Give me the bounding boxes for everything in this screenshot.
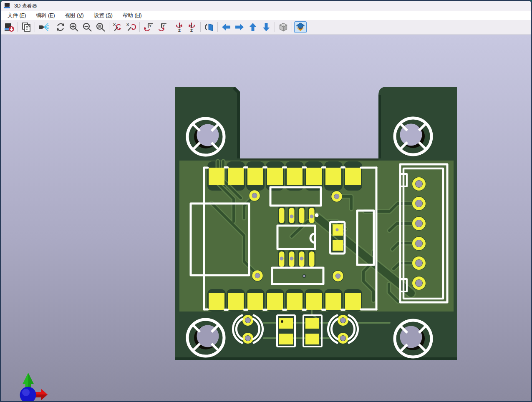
rotate-x-counterclockwise-button[interactable]: X xyxy=(125,21,137,33)
viewport-canvas[interactable] xyxy=(1,35,531,401)
menu-item-settings[interactable]: 设置 (S) xyxy=(89,11,118,20)
toolbar-separator xyxy=(292,22,292,32)
svg-text:Y: Y xyxy=(162,23,165,28)
move-left-button[interactable] xyxy=(220,21,232,33)
pin1-dot xyxy=(281,320,283,323)
toolbar-separator xyxy=(200,22,201,32)
toolbar-separator xyxy=(139,22,140,32)
copy-image-button[interactable] xyxy=(20,21,33,33)
menu-item-help[interactable]: 帮助 (H) xyxy=(118,11,147,20)
toolbar-separator xyxy=(170,22,170,32)
flip-board-button[interactable] xyxy=(203,21,215,33)
menu-bar: 文件 (F)编辑 (E)视图 (V)设置 (S)帮助 (H) xyxy=(1,11,531,20)
svg-text:Y: Y xyxy=(149,23,152,28)
svg-text:X: X xyxy=(126,22,129,27)
svg-text:Z: Z xyxy=(178,28,181,33)
app-icon xyxy=(4,3,10,9)
zoom-out-button[interactable] xyxy=(81,21,93,33)
redraw-button[interactable] xyxy=(54,21,67,33)
rotate-y-counterclockwise-button[interactable]: Y xyxy=(155,21,168,33)
zoom-in-button[interactable] xyxy=(68,21,80,33)
window-title: 3D 查看器 xyxy=(14,3,37,10)
show-layers-toggle[interactable] xyxy=(294,21,307,33)
3d-viewer-window: 3D 查看器 文件 (F)编辑 (E)视图 (V)设置 (S)帮助 (H) xyxy=(0,0,532,402)
rotate-y-clockwise-button[interactable]: Y xyxy=(142,21,154,33)
toolbar-separator xyxy=(52,22,52,32)
reload-board-button[interactable] xyxy=(3,21,15,33)
toolbar-separator xyxy=(275,22,275,32)
toolbar-separator xyxy=(18,22,18,32)
z-axis-ball xyxy=(20,387,36,402)
menu-item-edit[interactable]: 编辑 (E) xyxy=(31,11,60,20)
toolbar-separator xyxy=(109,22,109,32)
render-current-view-button[interactable] xyxy=(37,21,50,33)
zoom-to-fit-button[interactable] xyxy=(94,21,107,33)
pcb-3d-scene xyxy=(1,35,531,402)
title-bar[interactable]: 3D 查看器 xyxy=(1,1,531,11)
toolbar-separator xyxy=(35,22,35,32)
rotate-z-counterclockwise-button[interactable]: Z xyxy=(186,21,198,33)
move-up-button[interactable] xyxy=(247,21,259,33)
axis-indicator xyxy=(20,373,48,402)
svg-text:Z: Z xyxy=(190,28,193,33)
toolbar-separator xyxy=(217,22,218,32)
move-right-button[interactable] xyxy=(233,21,246,33)
silk-dot xyxy=(315,214,319,217)
menu-item-file[interactable]: 文件 (F) xyxy=(3,11,31,20)
svg-text:X: X xyxy=(113,22,116,27)
orthographic-projection-button[interactable] xyxy=(277,21,290,33)
rotate-z-clockwise-button[interactable]: Z xyxy=(172,21,185,33)
toolbar: X X Y Y Z Z xyxy=(1,20,531,35)
move-down-button[interactable] xyxy=(260,21,272,33)
menu-item-view[interactable]: 视图 (V) xyxy=(60,11,89,20)
rotate-x-clockwise-button[interactable]: X xyxy=(111,21,124,33)
